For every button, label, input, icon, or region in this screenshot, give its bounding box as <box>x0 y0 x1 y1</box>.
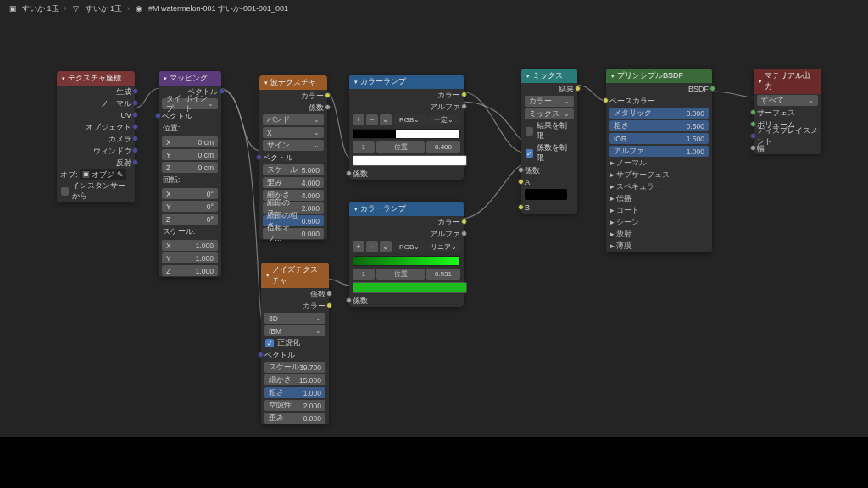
collapse-icon[interactable]: ▾ <box>62 75 65 82</box>
socket-in[interactable] <box>346 170 352 176</box>
node-color-ramp-2[interactable]: ▾カラーランプ カラー アルファ + − ⌄ RGB ⌄ リニア ⌄ 1 位置 … <box>349 202 464 307</box>
node-wave-texture[interactable]: ▾波テクスチャ カラー 係数 バンド X サイン ベクトル スケール5.000 … <box>259 75 327 240</box>
node-mix[interactable]: ▾ミックス 結果 カラー ミックス 結果を制限 ✓係数を制限 係数 A B <box>521 69 577 214</box>
alpha-field[interactable]: アルファ1.000 <box>609 146 709 157</box>
ramp-interp-dropdown[interactable]: リニア ⌄ <box>428 241 461 252</box>
socket-out[interactable] <box>132 136 138 141</box>
bc-item[interactable]: すいか 1玉 <box>22 3 59 14</box>
scale-field[interactable]: スケール5.000 <box>263 164 324 175</box>
distortion-field[interactable]: 歪み4.000 <box>263 177 324 188</box>
collapse-icon[interactable]: ▾ <box>526 73 530 80</box>
detail-field[interactable]: 細かさ15.000 <box>264 374 326 385</box>
socket-in[interactable] <box>346 297 352 303</box>
node-color-ramp-1[interactable]: ▾カラーランプ カラー アルファ + − ⌄ RGB ⌄ 一定 ⌄ 1 位置 0… <box>349 75 464 180</box>
node-editor-canvas[interactable]: ▾テクスチャ座標 生成 ノーマル UV オブジェクト カメラ ウィンドウ 反射 … <box>0 17 868 488</box>
socket-in[interactable] <box>258 352 264 358</box>
ramp-add-button[interactable]: + <box>353 114 364 125</box>
distortion-field[interactable]: 歪み0.000 <box>264 413 326 424</box>
ramp-gradient[interactable] <box>353 256 460 266</box>
node-noise-texture[interactable]: ▾ノイズテクスチャ 係数 カラー 3D fBM ✓正規化 ベクトル スケール39… <box>261 263 329 424</box>
collapse-icon[interactable]: ▾ <box>759 78 762 85</box>
socket-out[interactable] <box>132 100 138 106</box>
socket-out[interactable] <box>325 92 331 98</box>
socket-in[interactable] <box>603 97 609 103</box>
rot-z[interactable]: Z0° <box>162 214 218 225</box>
ramp-mode-dropdown[interactable]: RGB ⌄ <box>393 241 426 252</box>
scale-x[interactable]: X1.000 <box>162 240 218 251</box>
socket-out[interactable] <box>461 103 467 109</box>
bc-item[interactable]: #M watermelon-001 すいか-001-001_001 <box>148 3 288 14</box>
ramp-remove-button[interactable]: − <box>366 114 378 125</box>
wave-profile-dropdown[interactable]: サイン <box>263 140 324 151</box>
socket-out[interactable] <box>326 302 332 308</box>
collapse-icon[interactable]: ▾ <box>266 272 270 279</box>
collapse-icon[interactable]: ▾ <box>354 206 358 213</box>
section-toggle[interactable]: ▸ 伝播 <box>606 193 712 205</box>
ramp-index[interactable]: 1 <box>353 269 375 280</box>
node-header[interactable]: ▾波テクスチャ <box>259 75 327 90</box>
socket-in[interactable] <box>750 145 756 151</box>
checkbox[interactable] <box>526 127 533 136</box>
collapse-icon[interactable]: ▾ <box>611 73 615 80</box>
loc-x[interactable]: X0 cm <box>162 136 218 147</box>
socket-out[interactable] <box>132 159 138 165</box>
section-toggle[interactable]: ▸ スペキュラー <box>606 181 712 193</box>
socket-in[interactable] <box>155 113 161 119</box>
ramp-mode-dropdown[interactable]: RGB ⌄ <box>393 114 426 125</box>
ramp-remove-button[interactable]: − <box>366 241 378 252</box>
socket-in[interactable] <box>518 179 524 185</box>
mix-blend-dropdown[interactable]: ミックス <box>525 108 574 119</box>
rough-field[interactable]: 粗さ1.000 <box>264 387 326 398</box>
node-header[interactable]: ▾ノイズテクスチャ <box>261 263 329 288</box>
scale-field[interactable]: スケール39.700 <box>264 362 326 373</box>
scale-z[interactable]: Z1.000 <box>162 265 218 276</box>
ior-field[interactable]: IOR1.500 <box>609 133 709 144</box>
socket-out[interactable] <box>575 86 581 92</box>
bc-item[interactable]: すいか 1玉 <box>86 3 123 14</box>
rot-x[interactable]: X0° <box>162 188 218 199</box>
node-header[interactable]: ▾プリンシプルBSDF <box>606 69 712 83</box>
node-principled-bsdf[interactable]: ▾プリンシプルBSDF BSDF ベースカラー メタリック0.000 粗さ0.5… <box>606 69 712 252</box>
scale-y[interactable]: Y1.000 <box>162 252 218 263</box>
ramp-color-swatch[interactable] <box>353 155 467 166</box>
section-toggle[interactable]: ▸ 放射 <box>606 229 712 241</box>
socket-in[interactable] <box>750 133 756 139</box>
node-material-output[interactable]: ▾マテリアル出力 すべて サーフェス ボリューム ディスプレイスメント 幅 <box>754 69 821 154</box>
socket-out[interactable] <box>132 88 138 94</box>
socket-out[interactable] <box>219 88 225 94</box>
loc-y[interactable]: Y0 cm <box>162 149 218 160</box>
socket-out[interactable] <box>132 124 138 130</box>
collapse-icon[interactable]: ▾ <box>164 75 167 82</box>
noise-type-dropdown[interactable]: fBM <box>264 325 326 336</box>
target-dropdown[interactable]: すべて <box>757 95 818 106</box>
socket-out[interactable] <box>132 147 138 153</box>
ramp-pos-value[interactable]: 0.531 <box>426 269 460 280</box>
node-header[interactable]: ▾テクスチャ座標 <box>57 71 135 86</box>
color-swatch-a[interactable] <box>525 189 567 200</box>
node-header[interactable]: ▾カラーランプ <box>349 202 464 216</box>
socket-in[interactable] <box>750 109 756 115</box>
socket-out[interactable] <box>132 112 138 118</box>
ramp-pos-value[interactable]: 0.400 <box>426 141 460 152</box>
section-toggle[interactable]: ▸ 薄膜 <box>606 241 712 252</box>
socket-in[interactable] <box>518 167 524 173</box>
object-picker[interactable]: ▣ オブジ ✎ <box>80 169 126 180</box>
socket-in[interactable] <box>256 154 262 160</box>
ramp-interp-dropdown[interactable]: 一定 ⌄ <box>428 114 461 125</box>
ramp-menu-button[interactable]: ⌄ <box>380 114 392 125</box>
socket-in[interactable] <box>750 121 756 127</box>
node-header[interactable]: ▾マッピング <box>159 71 221 86</box>
node-header[interactable]: ▾マテリアル出力 <box>754 69 821 94</box>
node-texture-coordinate[interactable]: ▾テクスチャ座標 生成 ノーマル UV オブジェクト カメラ ウィンドウ 反射 … <box>57 71 135 202</box>
wave-type-dropdown[interactable]: バンド <box>263 114 324 125</box>
mix-type-dropdown[interactable]: カラー <box>525 96 574 107</box>
rot-y[interactable]: Y0° <box>162 201 218 212</box>
lacunarity-field[interactable]: 空隙性2.000 <box>264 400 326 411</box>
node-mapping[interactable]: ▾マッピング ベクトル タイプ:ポイント ベクトル 位置: X0 cm Y0 c… <box>159 71 221 277</box>
node-header[interactable]: ▾ミックス <box>521 69 577 83</box>
checkbox[interactable]: ✓ <box>526 149 533 158</box>
checkbox[interactable]: ✓ <box>265 339 274 347</box>
checkbox[interactable] <box>61 187 69 196</box>
ramp-index[interactable]: 1 <box>353 141 375 152</box>
socket-out[interactable] <box>326 291 332 297</box>
